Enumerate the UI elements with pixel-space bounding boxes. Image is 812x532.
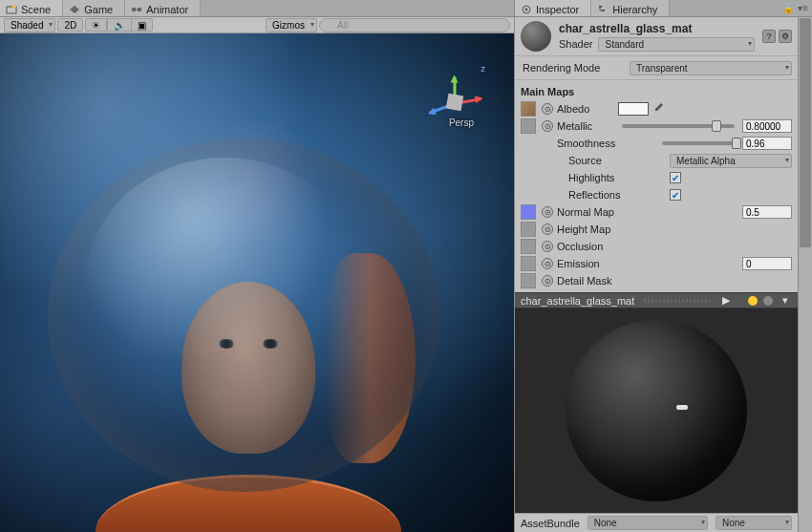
gizmo-cube-icon [446, 94, 464, 112]
albedo-label: Albedo [557, 103, 614, 115]
left-tabs: Scene Game Animator [0, 0, 514, 17]
rendering-mode-dropdown[interactable]: Transparent [630, 61, 792, 75]
animator-icon [131, 4, 142, 15]
assetbundle-label: AssetBundle [521, 518, 580, 529]
smoothness-value-input[interactable] [742, 137, 792, 150]
material-header: char_astrella_glass_mat Shader Standard … [515, 17, 798, 56]
height-map-label: Height Map [557, 223, 610, 235]
light-yellow-icon[interactable] [748, 296, 758, 306]
gizmos-dropdown[interactable]: Gizmos [266, 18, 317, 32]
svg-rect-8 [602, 10, 605, 11]
preview-title: char_astrella_glass_mat [521, 295, 634, 307]
tab-label: Hierarchy [612, 4, 657, 15]
emission-picker-icon[interactable]: ⊙ [542, 258, 553, 269]
reflections-label: Reflections [521, 189, 666, 201]
normal-map-label: Normal Map [557, 206, 738, 218]
material-thumbnail [521, 21, 551, 52]
projection-label[interactable]: Persp [449, 117, 474, 128]
smoothness-label: Smoothness [521, 138, 654, 149]
albedo-texture-slot[interactable] [521, 101, 536, 117]
svg-rect-7 [599, 6, 602, 8]
tab-label: Scene [21, 4, 51, 15]
help-button[interactable]: ? [762, 30, 776, 43]
normal-picker-icon[interactable]: ⊙ [542, 206, 553, 218]
scene-panel: Scene Game Animator Shaded 2D ☀ 🔊 ▣ Gizm… [0, 0, 514, 532]
occlusion-texture-slot[interactable] [521, 239, 536, 254]
albedo-picker-icon[interactable]: ⊙ [542, 103, 553, 115]
svg-point-1 [12, 5, 16, 9]
eyedropper-icon[interactable] [652, 102, 664, 116]
height-map-texture-slot[interactable] [521, 222, 536, 237]
tab-animator[interactable]: Animator [125, 0, 201, 16]
material-preview[interactable] [515, 309, 798, 513]
svg-rect-3 [138, 8, 141, 11]
tab-game[interactable]: Game [63, 0, 125, 16]
metallic-slider[interactable] [622, 124, 735, 128]
axis-z-label: z [481, 64, 486, 74]
tab-label: Inspector [536, 4, 579, 15]
material-preview-header: char_astrella_glass_mat ▶ ▾ [515, 292, 798, 309]
svg-point-6 [525, 8, 528, 11]
assetbundle-variant-dropdown[interactable]: None [716, 516, 792, 530]
emission-value-input[interactable] [742, 257, 792, 270]
menu-icon[interactable]: ▾≡ [798, 3, 808, 13]
height-picker-icon[interactable]: ⊙ [542, 223, 553, 235]
main-maps-title: Main Maps [521, 86, 574, 97]
material-name: char_astrella_glass_mat [559, 22, 755, 35]
normal-map-texture-slot[interactable] [521, 204, 536, 220]
toggle-2d[interactable]: 2D [57, 18, 83, 32]
scene-icon [6, 4, 17, 15]
detail-mask-picker-icon[interactable]: ⊙ [542, 275, 553, 287]
sun-icon: ☀ [92, 20, 100, 31]
fx-toggle[interactable]: ▣ [132, 18, 153, 32]
lighting-toggle[interactable]: ☀ [85, 18, 107, 32]
audio-toggle[interactable]: 🔊 [107, 18, 132, 32]
metallic-label: Metallic [557, 120, 614, 132]
metallic-picker-icon[interactable]: ⊙ [542, 120, 553, 132]
highlights-label: Highlights [521, 172, 666, 183]
tab-scene[interactable]: Scene [0, 0, 63, 16]
assetbundle-name-dropdown[interactable]: None [588, 516, 708, 530]
assetbundle-bar: AssetBundle None None [515, 513, 798, 532]
hierarchy-icon [597, 4, 609, 15]
highlights-checkbox[interactable]: ✔ [670, 172, 681, 183]
smoothness-slider[interactable] [662, 141, 735, 145]
tab-inspector[interactable]: Inspector [515, 0, 591, 16]
game-icon [69, 4, 80, 15]
preview-drag-handle[interactable] [644, 299, 710, 303]
tab-hierarchy[interactable]: Hierarchy [591, 0, 670, 16]
scene-toolbar: Shaded 2D ☀ 🔊 ▣ Gizmos 🔍 All [0, 17, 514, 33]
occlusion-label: Occlusion [557, 241, 603, 252]
detail-mask-label: Detail Mask [557, 275, 611, 287]
detail-mask-texture-slot[interactable] [521, 273, 536, 288]
occlusion-picker-icon[interactable]: ⊙ [542, 241, 553, 252]
metallic-texture-slot[interactable] [521, 118, 536, 134]
normal-value-input[interactable] [742, 205, 792, 219]
shading-mode-dropdown[interactable]: Shaded [4, 18, 55, 32]
albedo-color-swatch[interactable] [618, 102, 649, 116]
preview-sphere [566, 320, 747, 501]
inspector-panel: Inspector Hierarchy 🔒 ▾≡ char_astrella_g… [514, 0, 812, 532]
image-icon: ▣ [138, 20, 146, 31]
preview-play-icon[interactable]: ▶ [719, 294, 733, 308]
scene-viewport[interactable]: z Persp [0, 33, 514, 532]
emission-label: Emission [557, 258, 738, 269]
glass-reflection [86, 158, 363, 406]
speaker-icon: 🔊 [114, 20, 125, 31]
rendering-mode-label: Rendering Mode [521, 62, 626, 74]
emission-texture-slot[interactable] [521, 256, 536, 271]
tab-label: Game [84, 4, 113, 15]
lock-icon[interactable]: 🔒 [782, 3, 794, 13]
preview-menu-icon[interactable]: ▾ [779, 294, 792, 308]
shader-label: Shader [559, 38, 592, 50]
settings-gear-icon[interactable]: ⚙ [779, 30, 792, 43]
shader-dropdown[interactable]: Standard [598, 37, 755, 52]
scene-search-input[interactable]: All [319, 18, 510, 32]
reflections-checkbox[interactable]: ✔ [670, 189, 681, 201]
right-tabs: Inspector Hierarchy 🔒 ▾≡ [515, 0, 812, 17]
light-grey-icon[interactable] [763, 296, 773, 306]
inspector-scrollbar[interactable] [798, 17, 812, 532]
source-label: Source [521, 155, 666, 166]
metallic-value-input[interactable] [742, 119, 792, 133]
smoothness-source-dropdown[interactable]: Metallic Alpha [670, 154, 792, 168]
